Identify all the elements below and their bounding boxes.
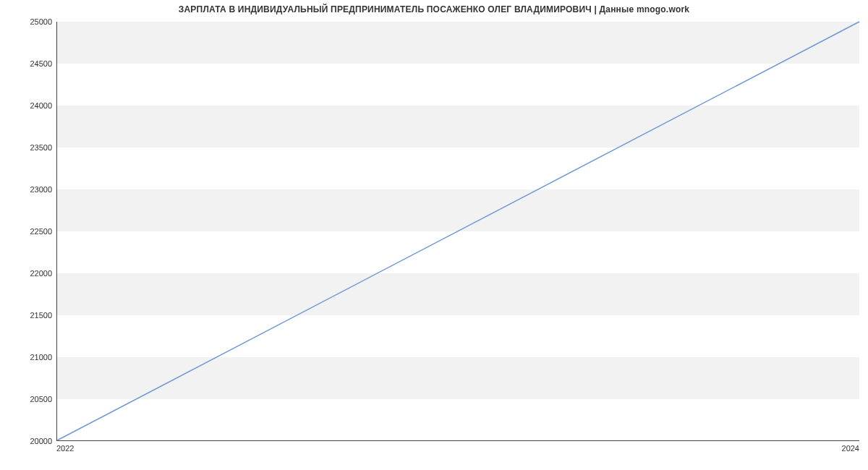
ytick-3: 21500	[23, 311, 52, 320]
ytick-4: 22000	[23, 269, 52, 278]
ytick-9: 24500	[23, 59, 52, 68]
ytick-2: 21000	[23, 353, 52, 362]
xtick-right: 2024	[842, 444, 859, 453]
ytick-0: 20000	[23, 437, 52, 445]
chart-title: ЗАРПЛАТА В ИНДИВИДУАЛЬНЫЙ ПРЕДПРИНИМАТЕЛ…	[0, 4, 868, 14]
ytick-10: 25000	[23, 17, 52, 26]
data-line	[57, 22, 859, 440]
plot-area	[56, 22, 859, 441]
ytick-8: 24000	[23, 101, 52, 110]
ytick-5: 22500	[23, 227, 52, 236]
ytick-7: 23500	[23, 143, 52, 152]
xtick-left: 2022	[56, 444, 74, 453]
ytick-1: 20500	[23, 395, 52, 403]
ytick-6: 23000	[23, 185, 52, 194]
chart-container: ЗАРПЛАТА В ИНДИВИДУАЛЬНЫЙ ПРЕДПРИНИМАТЕЛ…	[0, 0, 868, 470]
